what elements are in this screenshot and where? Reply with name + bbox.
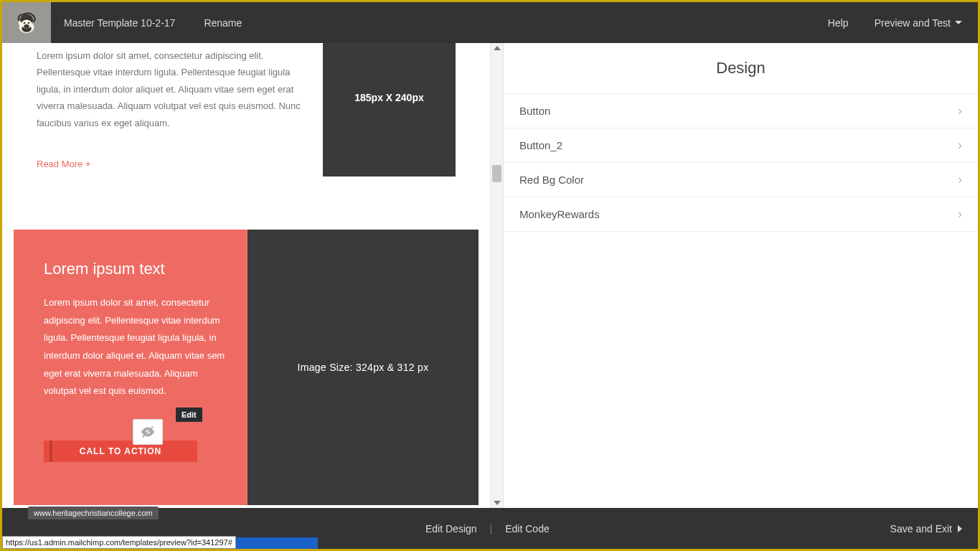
footer-center-links: Edit Design | Edit Code bbox=[425, 523, 550, 534]
design-item-label: Button_2 bbox=[519, 139, 562, 151]
chevron-right-icon: › bbox=[958, 103, 962, 118]
canvas-scrollbar[interactable] bbox=[490, 43, 503, 508]
read-more-link[interactable]: Read More + bbox=[37, 156, 310, 172]
status-bar-url: https://us1.admin.mailchimp.com/template… bbox=[2, 536, 236, 549]
credit-badge: www.heritagechristiancollege.com bbox=[28, 507, 159, 519]
design-item-label: Button bbox=[519, 105, 550, 117]
main-split: Lorem ipsum dolor sit amet, consectetur … bbox=[2, 43, 978, 508]
rename-link[interactable]: Rename bbox=[204, 17, 242, 29]
design-item-button-2[interactable]: Button_2 › bbox=[504, 128, 978, 163]
scroll-down-icon[interactable] bbox=[494, 501, 501, 505]
edit-design-link[interactable]: Edit Design bbox=[425, 523, 477, 534]
visibility-toggle[interactable] bbox=[133, 419, 163, 445]
preview-label: Preview and Test bbox=[875, 17, 951, 29]
edit-badge[interactable]: Edit bbox=[176, 408, 202, 422]
preview-test-dropdown[interactable]: Preview and Test bbox=[875, 17, 962, 29]
content-body: Lorem ipsum dolor sit amet, consectetur … bbox=[37, 47, 310, 131]
scroll-thumb[interactable] bbox=[492, 165, 501, 182]
help-link[interactable]: Help bbox=[828, 17, 849, 29]
chevron-down-icon bbox=[955, 21, 962, 24]
chevron-right-icon: › bbox=[958, 172, 962, 187]
red-text-column: Lorem ipsum text Lorem ipsum dolor sit a… bbox=[14, 230, 248, 505]
design-item-button[interactable]: Button › bbox=[504, 94, 978, 128]
save-and-exit-button[interactable]: Save and Exit bbox=[890, 523, 962, 534]
svg-point-9 bbox=[24, 24, 29, 27]
block-title: Lorem ipsum text bbox=[44, 260, 227, 278]
block-body: Lorem ipsum dolor sit amet, consectetur … bbox=[44, 294, 227, 400]
content-block-text-image[interactable]: Lorem ipsum dolor sit amet, consectetur … bbox=[14, 43, 479, 202]
design-panel-title: Design bbox=[504, 43, 978, 94]
svg-point-8 bbox=[28, 22, 30, 24]
chevron-right-icon: › bbox=[958, 138, 962, 153]
canvas-pane: Lorem ipsum dolor sit amet, consectetur … bbox=[2, 43, 503, 508]
design-item-monkeyrewards[interactable]: MonkeyRewards › bbox=[504, 197, 978, 232]
monkey-icon bbox=[14, 10, 39, 36]
app-header: Master Template 10-2-17 Rename Help Prev… bbox=[2, 2, 978, 43]
save-label: Save and Exit bbox=[890, 523, 952, 534]
call-to-action-button[interactable]: CALL TO ACTION bbox=[44, 441, 197, 462]
content-text-column: Lorem ipsum dolor sit amet, consectetur … bbox=[37, 43, 310, 176]
mailchimp-logo[interactable] bbox=[2, 2, 51, 43]
edit-code-link[interactable]: Edit Code bbox=[505, 523, 549, 534]
image-placeholder-large[interactable]: Image Size: 324px & 312 px bbox=[248, 230, 479, 505]
help-label: Help bbox=[828, 17, 849, 29]
content-block-red-cta[interactable]: Lorem ipsum text Lorem ipsum dolor sit a… bbox=[14, 230, 479, 505]
svg-point-7 bbox=[24, 22, 26, 24]
design-panel: Design Button › Button_2 › Red Bg Color … bbox=[503, 43, 978, 508]
chevron-right-icon: › bbox=[958, 207, 962, 222]
chevron-right-icon bbox=[958, 525, 962, 532]
image-placeholder-small[interactable]: 185px X 240px bbox=[323, 43, 456, 176]
email-canvas[interactable]: Lorem ipsum dolor sit amet, consectetur … bbox=[2, 43, 490, 508]
separator: | bbox=[490, 523, 493, 534]
design-item-red-bg[interactable]: Red Bg Color › bbox=[504, 163, 978, 197]
design-item-label: Red Bg Color bbox=[519, 174, 584, 186]
template-name: Master Template 10-2-17 bbox=[64, 17, 175, 29]
scroll-up-icon[interactable] bbox=[494, 46, 501, 50]
design-item-label: MonkeyRewards bbox=[519, 208, 600, 220]
eye-icon bbox=[140, 424, 156, 440]
